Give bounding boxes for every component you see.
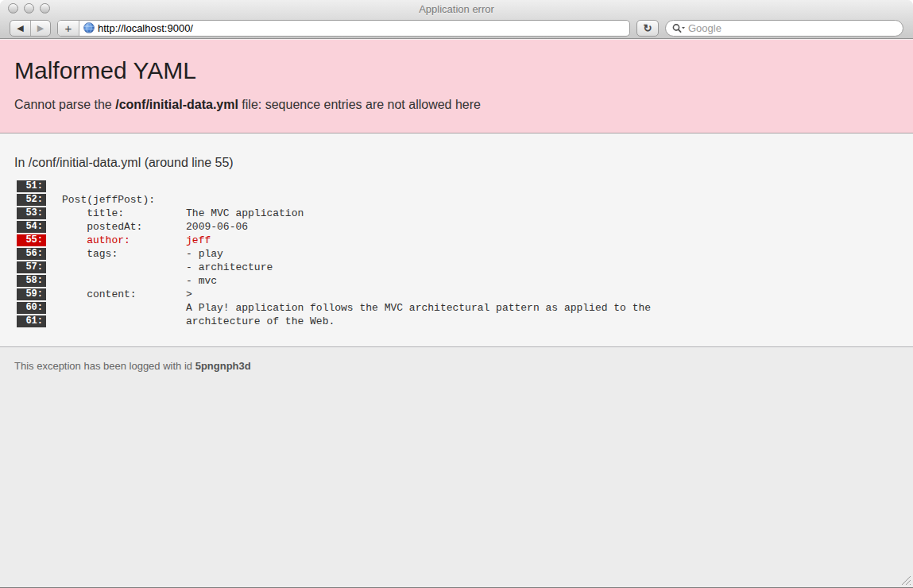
code-line: 52: Post(jeffPost): — [17, 194, 899, 206]
line-number: 52: — [17, 194, 46, 206]
code-line: 55: author: jeff — [17, 234, 899, 246]
line-number: 58: — [17, 275, 46, 287]
line-code: postedAt: 2009-06-06 — [62, 221, 248, 233]
log-note-prefix: This exception has been logged with id — [14, 360, 195, 372]
line-number: 57: — [17, 261, 46, 273]
history-nav: ◀ ▶ — [10, 20, 51, 37]
code-line: 56: tags: - play — [17, 248, 899, 260]
code-line: 53: title: The MVC application — [17, 207, 899, 219]
url-input[interactable] — [98, 21, 629, 36]
error-message-suffix: file: sequence entries are not allowed h… — [238, 98, 481, 111]
code-line: 57: - architecture — [17, 261, 899, 273]
site-favicon-globe-icon — [83, 22, 95, 33]
line-code: content: > — [62, 288, 192, 300]
minimize-button[interactable] — [24, 3, 34, 14]
back-button[interactable]: ◀ — [10, 21, 30, 36]
reload-icon: ↻ — [644, 22, 652, 34]
error-detail-section: In /conf/initial-data.yml (around line 5… — [0, 133, 913, 347]
forward-button[interactable]: ▶ — [30, 21, 50, 36]
code-line: 60: A Play! application follows the MVC … — [17, 302, 899, 314]
line-number: 61: — [17, 315, 46, 327]
title-bar[interactable]: Application error — [0, 0, 913, 17]
window-title: Application error — [419, 3, 494, 15]
exception-log-note: This exception has been logged with id 5… — [14, 360, 899, 372]
search-field[interactable] — [665, 20, 903, 37]
line-number: 60: — [17, 302, 46, 314]
address-bar: + — [57, 20, 630, 37]
browser-chrome: Application error ◀ ▶ + — [0, 0, 913, 39]
footer: This exception has been logged with id 5… — [0, 347, 913, 587]
search-input[interactable] — [688, 22, 896, 34]
line-code: tags: - play — [62, 248, 223, 260]
code-line: 61: architecture of the Web. — [17, 315, 899, 327]
line-number: 59: — [17, 288, 46, 300]
line-code: author: jeff — [62, 234, 211, 246]
traffic-lights — [8, 3, 50, 14]
line-number: 51: — [17, 180, 46, 192]
line-number: 55: — [17, 234, 46, 246]
line-number: 53: — [17, 207, 46, 219]
line-code: Post(jeffPost): — [62, 194, 155, 206]
code-line: 59: content: > — [17, 288, 899, 300]
error-message-prefix: Cannot parse the — [14, 98, 115, 111]
code-line: 51: — [17, 180, 899, 192]
resize-grip-icon[interactable] — [899, 574, 911, 586]
zoom-button[interactable] — [40, 3, 50, 14]
error-header: Malformed YAML Cannot parse the /conf/in… — [0, 39, 913, 133]
page-title: Malformed YAML — [14, 59, 899, 83]
line-number: 56: — [17, 248, 46, 260]
line-code: architecture of the Web. — [62, 315, 335, 327]
error-file-path: /conf/initial-data.yml — [115, 98, 238, 111]
error-location-heading: In /conf/initial-data.yml (around line 5… — [14, 156, 899, 170]
line-number: 54: — [17, 221, 46, 233]
log-id: 5pngnph3d — [195, 360, 251, 372]
browser-toolbar: ◀ ▶ + ↻ — [0, 17, 913, 38]
line-code: - architecture — [62, 261, 273, 273]
browser-window: Application error ◀ ▶ + — [0, 0, 913, 588]
back-icon: ◀ — [17, 23, 23, 33]
add-bookmark-button[interactable]: + — [58, 21, 79, 36]
error-message: Cannot parse the /conf/initial-data.yml … — [14, 97, 899, 112]
reload-button[interactable]: ↻ — [636, 20, 659, 37]
code-line: 58: - mvc — [17, 275, 899, 287]
line-code: title: The MVC application — [62, 207, 304, 219]
code-line: 54: postedAt: 2009-06-06 — [17, 221, 899, 233]
line-code: - mvc — [62, 275, 217, 287]
close-button[interactable] — [8, 3, 18, 14]
forward-icon: ▶ — [37, 23, 44, 33]
line-code: A Play! application follows the MVC arch… — [62, 302, 651, 314]
code-listing: 51: 52: Post(jeffPost): 53: title: The M… — [14, 180, 899, 327]
search-icon — [672, 23, 686, 33]
